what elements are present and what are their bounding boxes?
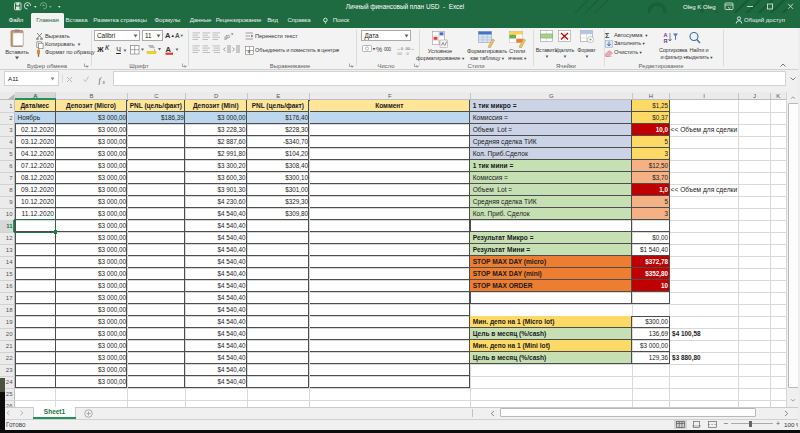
svg-text:←0: ←0 [397, 45, 404, 50]
svg-text:a: a [248, 48, 251, 54]
svg-text:А: А [664, 31, 668, 37]
svg-text:A: A [166, 44, 172, 53]
svg-text:Я: Я [664, 38, 668, 44]
svg-text:ab: ab [224, 32, 232, 41]
svg-text:,0: ,0 [406, 51, 409, 55]
svg-text:x: x [102, 78, 106, 84]
svg-text:,00: ,00 [397, 51, 402, 55]
